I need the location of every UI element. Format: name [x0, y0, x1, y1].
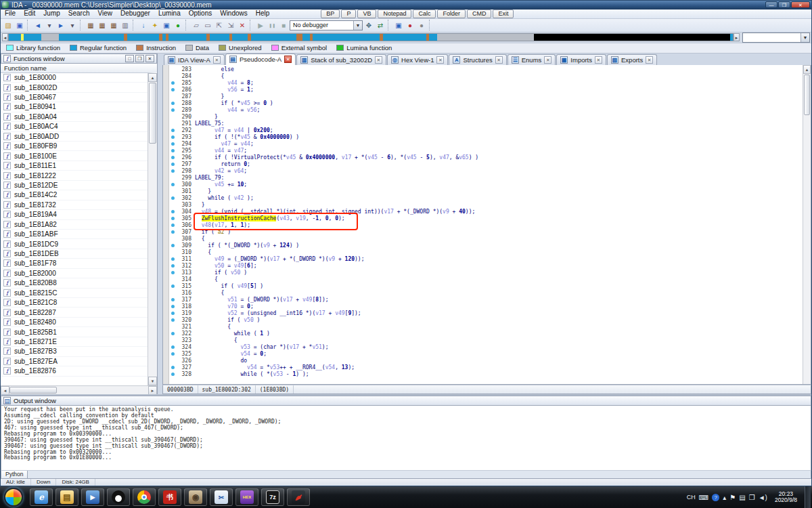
tab-enums[interactable]: ☰Enums✕	[508, 54, 556, 65]
code-line[interactable]: 327 v54 = *v53++ + __ROR4__(v54, 13);	[169, 364, 803, 371]
address-dot[interactable]	[169, 222, 177, 229]
hidden-icons-arrow-icon[interactable]: ▴	[723, 494, 726, 501]
tab-close-icon[interactable]: ✕	[436, 56, 444, 64]
code-line[interactable]: 286 v56 = 1;	[169, 87, 803, 93]
menu-lumina[interactable]: Lumina	[154, 9, 185, 18]
tab-pseudocode-a[interactable]: ▤Pseudocode-A✕	[225, 54, 296, 65]
code-line[interactable]: 324 v53 = (char *)(v17 + *v51);	[169, 344, 803, 351]
menu-search[interactable]: Search	[64, 9, 94, 18]
address-dot[interactable]	[169, 283, 177, 290]
code-line[interactable]: 305 ZwFlushInstructionCache(v43, v19, -1…	[169, 215, 803, 222]
start-analysis-icon[interactable]: ●	[173, 20, 183, 30]
panel-splitter[interactable]	[158, 54, 162, 394]
snipping-tool-icon[interactable]: ✂	[210, 488, 233, 506]
code-line[interactable]: 299LABEL_79:	[169, 175, 803, 182]
python-cli-tab[interactable]: Python	[1, 471, 28, 478]
address-dot[interactable]	[169, 263, 177, 270]
function-list-item[interactable]: fsub_1E825B1	[1, 327, 148, 337]
tab-close-icon[interactable]: ✕	[495, 56, 503, 64]
function-list-item[interactable]: fsub_1E820B8	[1, 278, 148, 288]
debug-pause-icon[interactable]: ❚❚	[267, 20, 277, 30]
address-dot[interactable]	[169, 351, 177, 358]
function-list-item[interactable]: fsub_1E81732	[1, 200, 148, 210]
jump-list-icon[interactable]: ▥	[120, 20, 131, 30]
speaker-icon[interactable]: ◄)	[759, 494, 767, 501]
close-button[interactable]: ✕	[791, 1, 810, 8]
start-button[interactable]	[4, 488, 23, 507]
address-dot[interactable]	[169, 148, 177, 154]
function-list-item[interactable]: fsub_1E82287	[1, 308, 148, 317]
debug-run-icon[interactable]: ▶	[255, 20, 266, 30]
address-dot[interactable]	[169, 161, 177, 168]
pseudocode-view[interactable]: 283 else284 {285 v44 = 8;286 v56 = 1;287…	[169, 65, 803, 384]
code-line[interactable]: 289 v44 = v56;	[169, 107, 803, 114]
7zip-icon[interactable]: 7z	[261, 488, 284, 506]
tab-stack-of-sub_32002d[interactable]: ▥Stack of sub_32002D✕	[296, 54, 386, 65]
address-dot[interactable]	[169, 127, 177, 134]
code-line[interactable]: 321 {	[169, 324, 803, 331]
code-line[interactable]: 291LABEL_75:	[169, 121, 803, 127]
address-dot[interactable]	[169, 297, 177, 303]
function-list-item[interactable]: fsub_1E8271E	[1, 337, 148, 347]
tab-close-icon[interactable]: ✕	[375, 56, 382, 64]
address-dot[interactable]	[169, 215, 177, 222]
hex-editor-icon[interactable]: HEX	[235, 488, 258, 506]
code-line[interactable]: 288 if ( *v45 >= 0 )	[169, 100, 803, 107]
tab-imports[interactable]: ▦Imports✕	[556, 54, 606, 65]
function-list-item[interactable]: fsub_1E80000	[1, 73, 148, 83]
code-line[interactable]: 311 v49 = (_DWORD *)(v17 + *(_DWORD *)(v…	[169, 256, 803, 263]
address-dot[interactable]	[169, 270, 177, 276]
output-log[interactable]: Your request has been put in the autoana…	[1, 406, 811, 470]
address-dot[interactable]	[169, 317, 177, 324]
code-line[interactable]: 295 v44 = v47;	[169, 148, 803, 154]
address-dot[interactable]	[169, 256, 177, 263]
down-arrow-icon[interactable]: ↓	[138, 20, 149, 30]
photo-app-icon[interactable]: ◉	[184, 488, 207, 506]
address-dot[interactable]	[169, 344, 177, 351]
address-dot[interactable]	[169, 134, 177, 141]
tab-close-icon[interactable]: ✕	[213, 56, 221, 64]
address-dot[interactable]	[169, 141, 177, 148]
function-list-item[interactable]: fsub_1E819A4	[1, 210, 148, 219]
help-circle-icon[interactable]: ?	[712, 494, 719, 501]
code-line[interactable]: 304 v48 = (void (__stdcall *)(int, signe…	[169, 209, 803, 215]
menu-jump[interactable]: Jump	[39, 9, 64, 18]
address-dot[interactable]	[169, 303, 177, 310]
code-line[interactable]: 322 while ( 1 )	[169, 331, 803, 337]
navband-left-arrow-icon[interactable]: ◄	[2, 33, 8, 41]
scroll-up-icon[interactable]: ▲	[803, 65, 811, 74]
address-dot[interactable]	[169, 242, 177, 249]
function-list-item[interactable]: fsub_1E8100E	[1, 151, 148, 161]
function-name-column-header[interactable]: Function name	[1, 64, 157, 73]
nav-forward-menu-icon[interactable]: ▾	[67, 20, 78, 30]
code-line[interactable]: 293 if ( !(*v45 & 0x4000000) )	[169, 134, 803, 141]
step-filter-icon[interactable]: ✥	[363, 20, 374, 30]
tab-ida-view-a[interactable]: ▤IDA View-A✕	[164, 54, 225, 65]
navigation-band[interactable]	[8, 33, 734, 41]
pepper-app-icon[interactable]: 🌶	[287, 488, 310, 506]
code-line[interactable]: 296 if ( !VirtualProtect(*v45 & 0x400000…	[169, 154, 803, 161]
p-quick-button[interactable]: P	[341, 9, 356, 18]
calc-quick-button[interactable]: Calc	[413, 9, 436, 18]
menu-options[interactable]: Options	[185, 9, 216, 18]
panel-restore-icon[interactable]: □	[125, 55, 134, 62]
function-list-item[interactable]: fsub_1E80A04	[1, 112, 148, 122]
minimize-button[interactable]: —	[765, 1, 777, 8]
jump-address-icon[interactable]: ▦	[85, 20, 96, 30]
code-line[interactable]: 303 }	[169, 202, 803, 209]
folder-quick-button[interactable]: Folder	[437, 9, 466, 18]
tab-close-icon[interactable]: ✕	[284, 56, 292, 63]
address-dot[interactable]	[169, 331, 177, 337]
navband-right-arrow-icon[interactable]: ►	[734, 33, 740, 41]
code-line[interactable]: 308 {	[169, 236, 803, 242]
function-list-item[interactable]: fsub_1E81DC9	[1, 239, 148, 249]
chevron-down-icon[interactable]: ▼	[800, 33, 809, 42]
menu-help[interactable]: Help	[252, 9, 274, 18]
breakpoint-add-icon[interactable]: ●	[405, 20, 415, 30]
code-line[interactable]: 307 if ( a2 )	[169, 229, 803, 236]
nav-back-icon[interactable]: ◄	[32, 20, 43, 30]
code-line[interactable]: 313 if ( v50 )	[169, 270, 803, 276]
snapshot-icon[interactable]: ▣	[161, 20, 172, 30]
xrefs-to-icon[interactable]: ⇱	[214, 20, 225, 30]
function-list-item[interactable]: fsub_1E81F78	[1, 259, 148, 268]
